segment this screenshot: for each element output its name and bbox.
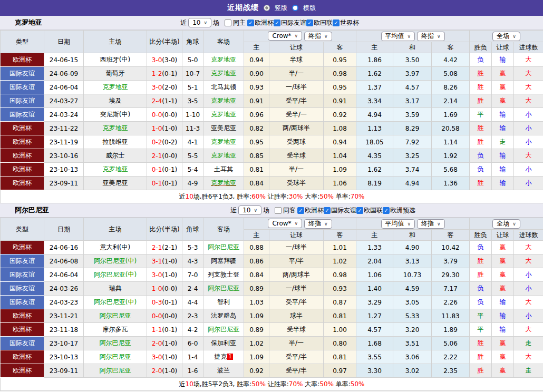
league-filter-checkbox[interactable]: ✓ [383,207,390,214]
home-team[interactable]: 瑞典 [84,282,147,296]
home-team[interactable]: 葡萄牙 [84,67,147,81]
home-team[interactable]: 亚美尼亚 [84,177,147,190]
away-team[interactable]: 克罗地亚 [203,108,244,122]
horizontal-layout-radio[interactable] [292,5,298,11]
away-team[interactable]: 克罗地亚 [203,67,244,81]
avg-select[interactable]: 平均值∨ [381,219,415,229]
home-team[interactable]: 意大利(中) [84,241,147,254]
away-team[interactable]: 克罗地亚 [203,94,244,108]
home-team[interactable]: 阿尔巴尼亚(中) [84,254,147,268]
league-filter-checkbox[interactable]: ✓ [306,19,313,26]
home-team[interactable]: 阿尔巴尼亚(中) [84,296,147,309]
league-filter-checkbox[interactable]: ✓ [297,207,304,214]
home-team[interactable]: 阿尔巴尼亚 [84,337,147,350]
col-header-away: 客场 [203,218,244,241]
odds-source-select[interactable]: Crow*∨ [268,31,302,41]
scope-select[interactable]: 全场∨ [492,219,520,229]
result-winloss: 胜 [470,94,492,108]
recent-count-select[interactable]: 10∨ [238,205,261,215]
home-team[interactable]: 阿尔巴尼亚(中) [84,268,147,282]
odds-final-select[interactable]: 终指∨ [304,219,332,229]
recent-prefix-label: 近 [180,18,187,27]
home-team[interactable]: 克罗地亚 [84,163,147,177]
league-type-badge: 国际友谊 [1,337,44,350]
home-team[interactable]: 克罗地亚 [84,81,147,94]
home-team[interactable]: 西班牙(中) [84,53,147,67]
same-venue-checkbox[interactable] [275,207,282,214]
avg-final-select[interactable]: 终指∨ [417,219,445,229]
away-team[interactable]: 阿尔巴尼亚 [203,241,244,254]
match-date: 23-09-11 [44,177,84,190]
away-team[interactable]: 克罗地亚 [203,149,244,163]
away-team[interactable]: 克罗地亚 [203,177,244,190]
avg-away-odds: 1.69 [432,108,470,122]
match-date: 24-06-09 [44,67,84,81]
result-goals: 大 [514,254,543,268]
avg-away-odds: 10.42 [432,241,470,254]
avg-draw-odds: 3.50 [393,53,432,67]
home-team[interactable]: 埃及 [84,94,147,108]
away-team[interactable]: 阿尔巴尼亚 [203,323,244,337]
handicap-line: 受半球 [269,149,324,163]
match-date: 23-10-16 [44,149,84,163]
home-team[interactable]: 克罗地亚 [84,122,147,135]
result-handicap: 输 [492,122,514,135]
result-winloss: 胜 [470,81,492,94]
league-filter-checkbox[interactable]: ✓ [333,19,340,26]
away-team[interactable]: 北马其顿 [203,81,244,94]
away-team[interactable]: 阿塞拜疆 [203,254,244,268]
away-team[interactable]: 土耳其 [203,163,244,177]
avg-draw-odds: 4.90 [393,241,432,254]
same-venue-checkbox[interactable] [225,19,231,26]
avg-away-odds: 3.79 [432,254,470,268]
scope-select[interactable]: 全场∨ [492,32,520,41]
home-team[interactable]: 阿尔巴尼亚 [84,364,147,378]
avg-draw-odds: 4.94 [393,177,432,190]
home-team[interactable]: 阿尔巴尼亚 [84,309,147,323]
avg-select[interactable]: 平均值∨ [381,32,415,41]
away-team[interactable]: 克罗地亚 [203,53,244,67]
home-odds: 0.90 [244,67,269,81]
home-team[interactable]: 拉脱维亚 [84,135,147,149]
league-type-badge: 国际友谊 [1,282,44,296]
filter-controls: 近 10∨ 场 同客 ✓欧洲杯✓国际友谊✓欧国联✓欧洲预选 [230,205,415,215]
col-header-away: 客场 [203,31,244,53]
handicap-line: 受平/半 [269,296,324,309]
corner-count: 6-0 [182,337,203,350]
league-filter-checkbox[interactable]: ✓ [274,19,280,26]
home-team[interactable]: 突尼斯(中) [84,108,147,122]
league-type-badge: 国际友谊 [1,67,44,81]
score-cell: 2-4(1-1) [147,94,182,108]
league-filter-checkbox[interactable]: ✓ [324,207,331,214]
home-team[interactable]: 威尔士 [84,149,147,163]
away-team[interactable]: 阿尔巴尼亚 [203,282,244,296]
recent-records-page: 近期战绩 竖版 横版 克罗地亚 近 10∨ 场 同主 ✓欧洲杯✓国际友谊✓欧国联… [0,0,543,391]
recent-count-select[interactable]: 10∨ [188,18,211,27]
odds-final-select[interactable]: 终指∨ [304,32,332,41]
result-handicap: 赢 [492,364,514,378]
away-team[interactable]: 克罗地亚 [203,135,244,149]
result-goals: 小 [514,268,543,282]
away-team[interactable]: 法罗群岛 [203,309,244,323]
away-team[interactable]: 亚美尼亚 [203,122,244,135]
handicap-line: 两/两球半 [269,268,324,282]
match-row: 欧洲杯 23-11-21 阿尔巴尼亚 0-0(0-0) 2-3 法罗群岛 1.0… [1,309,543,323]
league-filter-checkbox[interactable]: ✓ [356,207,363,214]
result-goals: 大 [514,94,543,108]
away-team[interactable]: 保加利亚 [203,337,244,350]
away-team[interactable]: 智利 [203,296,244,309]
league-filter-checkbox[interactable]: ✓ [247,19,254,26]
odds-source-select[interactable]: Crow*∨ [268,219,302,228]
league-type-badge: 欧洲杯 [1,241,44,254]
vertical-layout-radio[interactable] [264,5,270,11]
away-team[interactable]: 捷克1 [203,350,244,364]
home-team[interactable]: 阿尔巴尼亚 [84,350,147,364]
result-winloss: 胜 [470,254,492,268]
recent-prefix-label: 近 [230,206,237,215]
away-team[interactable]: 列支敦士登 [203,268,244,282]
away-team[interactable]: 波兰 [203,364,244,378]
avg-final-select[interactable]: 终指∨ [417,32,445,41]
avg-away-odds: 5.08 [432,67,470,81]
home-team[interactable]: 摩尔多瓦 [84,323,147,337]
avg-home-odds: 3.29 [356,296,393,309]
